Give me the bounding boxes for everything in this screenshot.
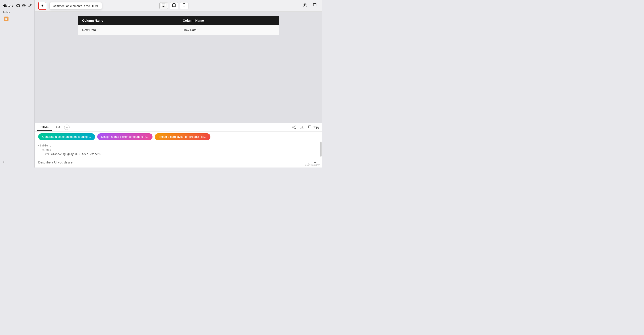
collapse-button[interactable]: « <box>3 160 32 164</box>
sidebar-section-today: Today <box>0 10 34 15</box>
suggestion-chip-1-text: Generate a set of animated loading ... <box>42 135 91 138</box>
sidebar-header: History <box>0 2 34 10</box>
copy-label: Copy <box>312 126 319 129</box>
tab-jsx[interactable]: JSX <box>52 124 63 131</box>
watermark: CSDN编辑之声 <box>305 164 320 166</box>
top-toolbar: ✦ Comment on elements in the HTML <box>35 0 322 12</box>
toolbar-left: ✦ Comment on elements in the HTML <box>38 2 46 10</box>
main-content: ✦ Comment on elements in the HTML <box>35 0 322 168</box>
suggestion-chip-2[interactable]: Design a date picker component th... <box>97 133 153 140</box>
copy-button[interactable]: Copy <box>308 125 319 129</box>
edit-icon[interactable] <box>28 4 32 8</box>
code-area: <table c <thead <tr class="bg-gray-800 t… <box>35 142 322 157</box>
tablet-view-button[interactable] <box>170 2 178 10</box>
desktop-view-button[interactable] <box>160 2 168 10</box>
table-col-1: Column Name <box>78 16 178 25</box>
copy-icon <box>308 125 311 129</box>
sidebar-title: History <box>3 4 14 8</box>
cursor-tooltip: Comment on elements in the HTML <box>50 2 102 10</box>
tablet-icon <box>172 3 176 8</box>
mobile-view-button[interactable] <box>180 2 188 10</box>
cursor-button[interactable]: ✦ Comment on elements in the HTML <box>38 2 46 10</box>
suggestion-chip-2-text: Design a date picker component th... <box>101 135 149 138</box>
add-tab-button[interactable]: + <box>64 124 70 130</box>
table-row: Row Data Row Data <box>78 25 279 35</box>
input-area: ⌄ → <box>35 157 322 168</box>
sidebar-bottom: « <box>0 158 34 165</box>
sidebar-item-history[interactable]: 📋 <box>1 15 33 22</box>
scrollbar-thumb <box>320 142 322 156</box>
cursor-icon: ✦ <box>41 4 44 8</box>
code-line-1: <table c <box>38 144 316 148</box>
suggestions-area: Generate a set of animated loading ... D… <box>35 132 322 142</box>
preview-table: Column Name Column Name Row Data Row Dat… <box>78 16 279 35</box>
tab-html[interactable]: HTML <box>37 124 52 131</box>
collapse-icon: « <box>3 160 4 164</box>
theme-icon <box>303 3 307 8</box>
chat-icon <box>313 3 317 8</box>
code-line-2: <thead <box>38 148 316 152</box>
table-col-2: Column Name <box>178 16 279 25</box>
theme-button[interactable] <box>302 2 308 10</box>
tabs-right: Copy <box>291 124 319 130</box>
sidebar-icons <box>16 4 32 8</box>
table-cell-2: Row Data <box>178 25 279 35</box>
bottom-panel: HTML JSX + <box>35 123 322 168</box>
add-tab-icon: + <box>66 126 68 129</box>
table-cell-1: Row Data <box>78 25 178 35</box>
toolbar-center <box>160 2 188 10</box>
settings-icon[interactable] <box>22 4 26 8</box>
suggestion-chip-3-text: I need a card layout for product listi..… <box>159 135 206 138</box>
scrollbar-area[interactable] <box>320 142 322 157</box>
tabs-bar: HTML JSX + <box>35 123 322 132</box>
preview-area: Column Name Column Name Row Data Row Dat… <box>35 12 322 123</box>
history-item-icon: 📋 <box>4 16 8 21</box>
chat-button[interactable] <box>311 2 318 10</box>
sidebar: History Today 📋 <box>0 0 35 168</box>
toolbar-right <box>302 2 318 10</box>
suggestion-chip-3[interactable]: I need a card layout for product listi..… <box>155 133 210 140</box>
suggestion-chip-1[interactable]: Generate a set of animated loading ... <box>38 133 95 140</box>
code-content: <table c <thead <tr class="bg-gray-800 t… <box>35 142 320 157</box>
preview-content: Column Name Column Name Row Data Row Dat… <box>78 16 279 35</box>
prompt-input[interactable] <box>38 160 306 164</box>
code-line-3: <tr class="bg-gray-800 text-white"> <box>38 152 316 156</box>
mobile-icon <box>183 3 185 8</box>
desktop-icon <box>162 4 166 8</box>
github-icon[interactable] <box>16 4 20 8</box>
download-icon[interactable] <box>300 124 305 130</box>
share-icon[interactable] <box>291 124 296 130</box>
